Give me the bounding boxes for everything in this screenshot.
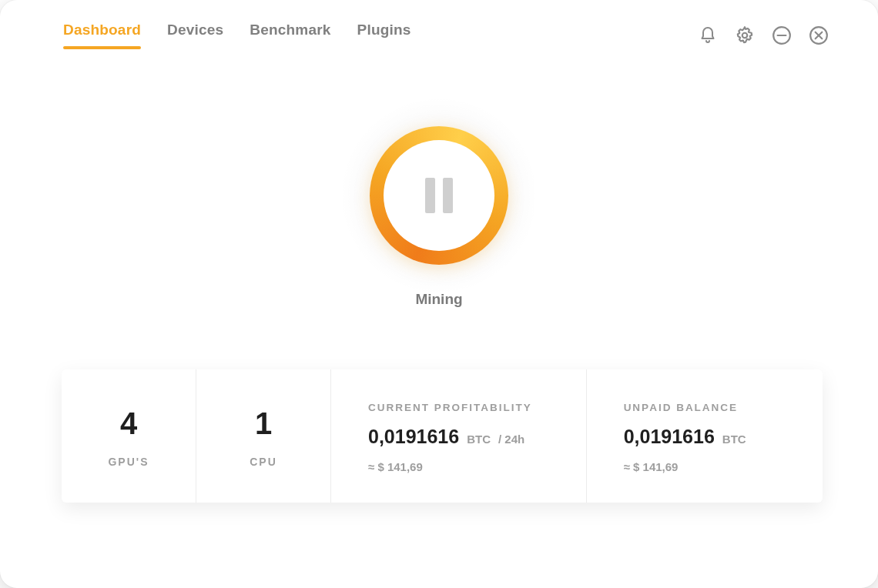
mining-toggle-inner [384, 140, 494, 251]
minimize-icon[interactable] [772, 25, 792, 45]
profitability-per: / 24h [498, 433, 524, 446]
tab-benchmark[interactable]: Benchmark [250, 22, 330, 49]
tab-devices[interactable]: Devices [167, 22, 223, 49]
profitability-usd-approx: ≈ $ 141,69 [368, 460, 555, 473]
app-window: Dashboard Devices Benchmark Plugins [0, 0, 878, 588]
bell-icon[interactable] [698, 25, 718, 45]
stats-row: 4 GPU'S 1 CPU CURRENT PROFITABILITY 0,01… [62, 369, 823, 503]
close-icon[interactable] [809, 25, 829, 45]
cpu-label: CPU [250, 456, 277, 468]
balance-btc-value: 0,0191616 [624, 426, 715, 448]
svg-point-0 [742, 33, 748, 38]
balance-value-row: 0,0191616 BTC [624, 426, 792, 448]
profitability-btc-unit: BTC [467, 433, 491, 446]
mining-center: Mining [0, 119, 878, 308]
top-icon-group [698, 25, 829, 45]
nav-tabs: Dashboard Devices Benchmark Plugins [63, 22, 411, 49]
balance-btc-unit: BTC [722, 433, 746, 446]
tab-plugins[interactable]: Plugins [357, 22, 411, 49]
tab-dashboard[interactable]: Dashboard [63, 22, 141, 49]
stat-card-cpu: 1 CPU [196, 369, 331, 503]
stat-card-balance: UNPAID BALANCE 0,0191616 BTC ≈ $ 141,69 [587, 369, 823, 503]
stat-card-profitability: CURRENT PROFITABILITY 0,0191616 BTC / 24… [331, 369, 587, 503]
stat-card-gpus: 4 GPU'S [62, 369, 196, 503]
profitability-value-row: 0,0191616 BTC / 24h [368, 426, 555, 448]
gear-icon[interactable] [735, 25, 755, 45]
gpu-count: 4 [120, 408, 137, 439]
balance-heading: UNPAID BALANCE [624, 402, 792, 413]
profitability-btc-value: 0,0191616 [368, 426, 459, 448]
mining-toggle-wrap [362, 119, 516, 272]
cpu-count: 1 [255, 408, 272, 439]
profitability-heading: CURRENT PROFITABILITY [368, 402, 555, 413]
balance-usd-approx: ≈ $ 141,69 [624, 460, 792, 473]
top-bar: Dashboard Devices Benchmark Plugins [0, 0, 878, 49]
gpu-label: GPU'S [108, 456, 149, 468]
pause-icon [425, 178, 453, 213]
mining-toggle-button[interactable] [370, 126, 508, 265]
